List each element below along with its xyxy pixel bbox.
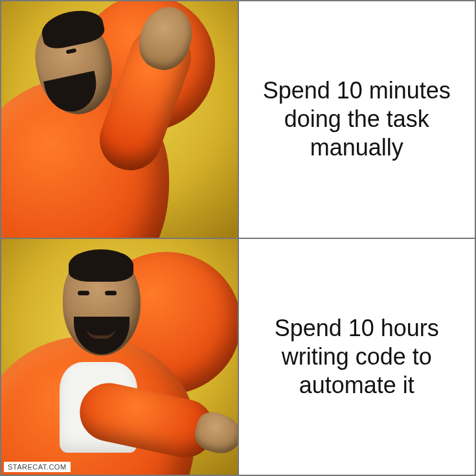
panel-approve-text: Spend 10 hours writing code to automate …: [238, 238, 476, 476]
watermark: STARECAT.COM: [4, 462, 71, 472]
panel-approve-image: STARECAT.COM: [1, 238, 238, 476]
eye-left: [78, 291, 89, 295]
drake-approving: [1, 239, 238, 475]
caption-approve: Spend 10 hours writing code to automate …: [251, 314, 464, 400]
drake-meme: Spend 10 minutes doing the task manually…: [0, 0, 476, 476]
panel-reject-text: Spend 10 minutes doing the task manually: [238, 1, 476, 238]
drake-rejecting: [1, 1, 238, 238]
hair: [69, 249, 133, 282]
eye-right: [105, 291, 117, 295]
caption-reject: Spend 10 minutes doing the task manually: [251, 76, 464, 162]
panel-reject-image: [1, 1, 238, 238]
